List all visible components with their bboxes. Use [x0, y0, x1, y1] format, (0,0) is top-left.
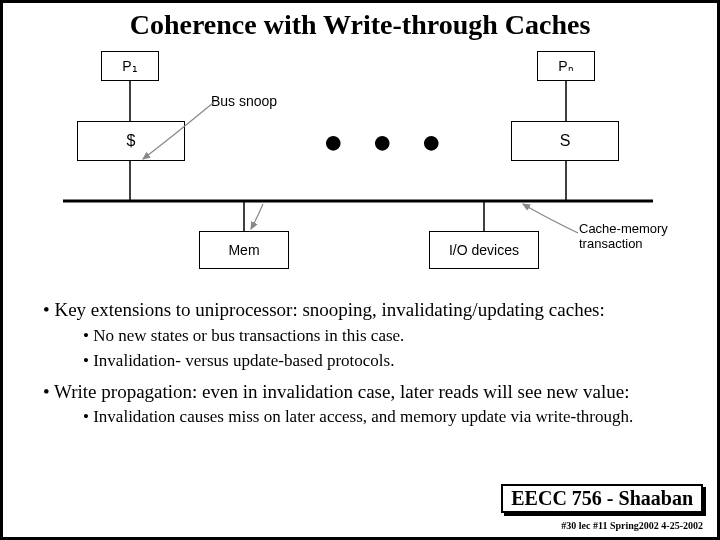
- footer-meta: #30 lec #11 Spring2002 4-25-2002: [561, 520, 703, 531]
- bullet-1a: No new states or bus transactions in thi…: [83, 325, 687, 348]
- bus-snoop-label: Bus snoop: [211, 93, 277, 109]
- slide-title: Coherence with Write-through Caches: [3, 9, 717, 41]
- processor-p1: P₁: [101, 51, 159, 81]
- cache-memory-transaction-label: Cache-memory transaction: [579, 221, 668, 251]
- cache-1: $: [77, 121, 185, 161]
- memory-box: Mem: [199, 231, 289, 269]
- io-devices-box: I/O devices: [429, 231, 539, 269]
- architecture-diagram: P₁ Pₙ $ S ● ● ● Mem I/O devices Bus snoo…: [3, 41, 717, 291]
- cache-mem-txn-line1: Cache-memory: [579, 221, 668, 236]
- cache-n: S: [511, 121, 619, 161]
- bullet-list: Key extensions to uniprocessor: snooping…: [3, 297, 717, 429]
- bullet-2: Write propagation: even in invalidation …: [43, 379, 687, 405]
- bullet-2a: Invalidation causes miss on later access…: [83, 406, 687, 429]
- slide: Coherence with Write-through Caches P₁ P…: [0, 0, 720, 540]
- cache-mem-txn-line2: transaction: [579, 236, 643, 251]
- ellipsis-dots: ● ● ●: [323, 123, 452, 161]
- bullet-1b: Invalidation- versus update-based protoc…: [83, 350, 687, 373]
- processor-pn: Pₙ: [537, 51, 595, 81]
- footer-course-box: EECC 756 - Shaaban: [501, 484, 703, 513]
- bullet-1: Key extensions to uniprocessor: snooping…: [43, 297, 687, 323]
